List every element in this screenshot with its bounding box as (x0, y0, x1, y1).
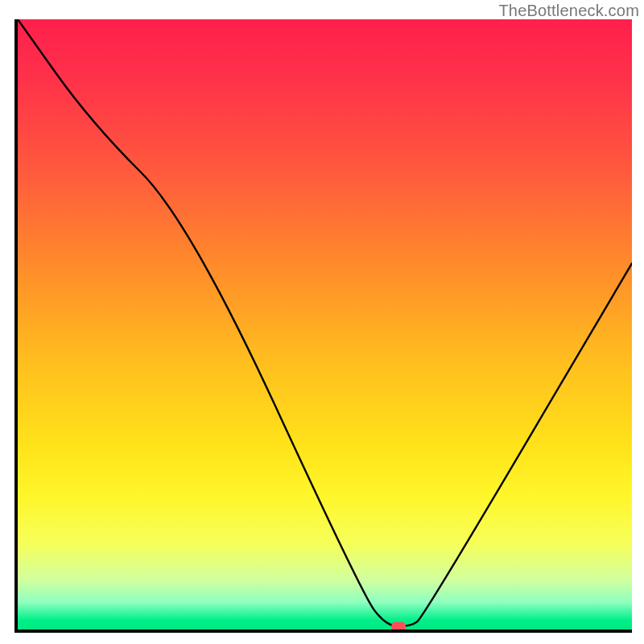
plot-area (18, 19, 632, 630)
gradient-background (18, 19, 632, 630)
watermark-text: TheBottleneck.com (498, 2, 639, 20)
optimal-marker (391, 622, 406, 630)
chart-container: TheBottleneck.com (0, 0, 644, 644)
